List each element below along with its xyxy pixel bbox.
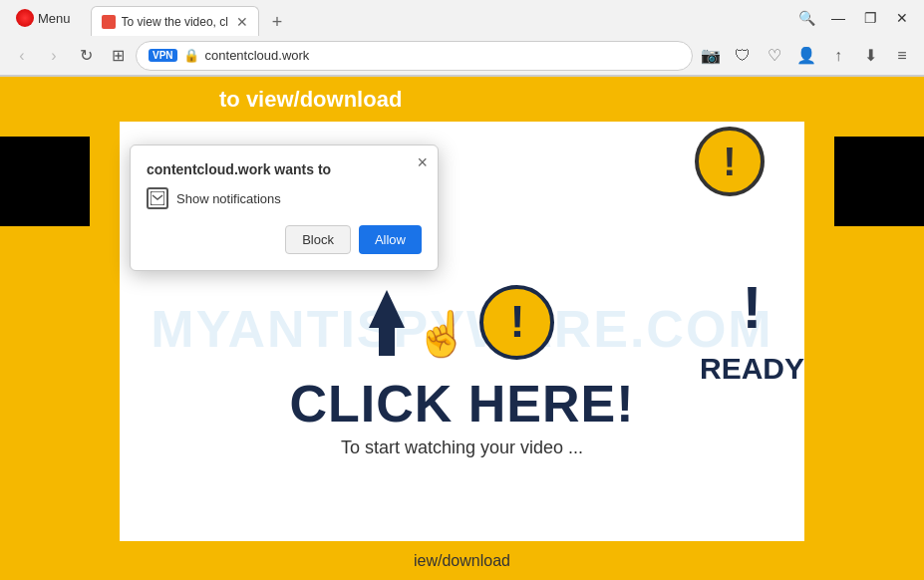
- allow-button[interactable]: Allow: [359, 225, 422, 254]
- arrow-hand-area: ☝ !: [369, 285, 554, 364]
- svg-rect-0: [151, 191, 164, 205]
- title-bar: Menu To view the video, cl ✕ + 🔍 — ❐ ✕: [0, 0, 924, 36]
- header-text: to view/download: [219, 87, 402, 113]
- window-controls: 🔍 — ❐ ✕: [792, 4, 916, 32]
- popup-sub-text: Show notifications: [176, 191, 281, 206]
- back-button[interactable]: ‹: [8, 42, 36, 70]
- url-bar[interactable]: VPN 🔒 contentcloud.work: [136, 41, 693, 71]
- menu-label: Menu: [38, 11, 71, 26]
- refresh-button[interactable]: ↻: [72, 42, 100, 70]
- popup-close-button[interactable]: ×: [417, 153, 428, 171]
- hand-icon: ☝: [415, 308, 469, 360]
- page-header-bar: to view/download: [0, 77, 924, 122]
- click-here-text: CLICK HERE!: [289, 374, 634, 434]
- new-tab-button[interactable]: +: [263, 8, 291, 36]
- notification-popup: × contentcloud.work wants to Show notifi…: [130, 145, 439, 271]
- maximize-button[interactable]: ❐: [856, 4, 884, 32]
- menu-button[interactable]: Menu: [8, 5, 79, 31]
- tab-close-button[interactable]: ✕: [236, 14, 248, 30]
- grid-button[interactable]: ⊞: [104, 42, 132, 70]
- vpn-badge: VPN: [149, 49, 177, 62]
- popup-content: Show notifications: [147, 187, 422, 209]
- camera-icon[interactable]: 📷: [697, 42, 725, 70]
- download-icon[interactable]: ⬇: [856, 42, 884, 70]
- click-area: ☝ ! CLICK HERE! To start watching your v…: [289, 285, 634, 458]
- shield-icon[interactable]: 🛡: [729, 42, 757, 70]
- block-button[interactable]: Block: [285, 225, 351, 254]
- popup-title: contentcloud.work wants to: [147, 161, 422, 177]
- minimize-button[interactable]: —: [824, 4, 852, 32]
- address-bar: ‹ › ↻ ⊞ VPN 🔒 contentcloud.work 📷 🛡 ♡ 👤 …: [0, 36, 924, 76]
- forward-button[interactable]: ›: [40, 42, 68, 70]
- notification-icon: [147, 187, 168, 209]
- tab-title: To view the video, cl: [122, 15, 228, 29]
- page-content: to view/download MYANTISPYWARE.COM ! ☝ !…: [0, 77, 924, 580]
- toolbar-menu-icon[interactable]: ≡: [888, 42, 916, 70]
- warning-circle-main: !: [479, 285, 554, 360]
- opera-icon: [16, 9, 34, 27]
- close-button[interactable]: ✕: [888, 4, 916, 32]
- profile-icon[interactable]: 👤: [792, 42, 820, 70]
- tabs-area: To view the video, cl ✕ +: [91, 0, 788, 36]
- active-tab[interactable]: To view the video, cl ✕: [91, 6, 259, 36]
- lock-icon: 🔒: [183, 48, 199, 63]
- url-text: contentcloud.work: [205, 48, 680, 63]
- tab-favicon: [102, 15, 116, 29]
- search-button[interactable]: 🔍: [792, 4, 820, 32]
- sub-text: To start watching your video ...: [341, 437, 583, 458]
- heart-icon[interactable]: ♡: [761, 42, 788, 70]
- toolbar-icons: 📷 🛡 ♡ 👤 ↑ ⬇ ≡: [697, 42, 916, 70]
- popup-buttons: Block Allow: [147, 225, 422, 254]
- share-icon[interactable]: ↑: [824, 42, 852, 70]
- browser-chrome: Menu To view the video, cl ✕ + 🔍 — ❐ ✕ ‹…: [0, 0, 924, 77]
